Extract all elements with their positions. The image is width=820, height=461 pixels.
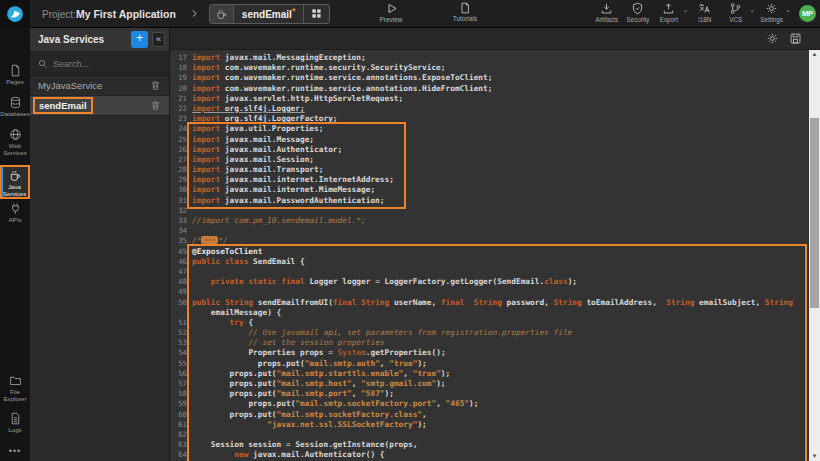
code-line[interactable]: 19import com.wavemaker.runtime.service.a…	[170, 73, 809, 83]
chevron-right-icon	[190, 8, 199, 19]
code-line[interactable]: 57props.put("mail.smtp.host", "smtp.gmai…	[170, 379, 809, 389]
wavemaker-logo-icon[interactable]	[0, 0, 30, 28]
code-line[interactable]: 24import java.util.Properties;	[170, 124, 809, 134]
line-number: 28	[170, 165, 192, 175]
code-line[interactable]: 35/*···*/	[170, 236, 809, 246]
code-line[interactable]: 53// set the session properties	[170, 338, 809, 348]
code-line[interactable]: 51try {	[170, 318, 809, 328]
service-name: MyJavaService	[38, 80, 150, 91]
sidebar-item-apis[interactable]: APIs	[0, 200, 30, 223]
save-icon[interactable]	[789, 32, 802, 45]
code-line[interactable]: 28import javax.mail.Transport;	[170, 165, 809, 175]
scroll-up-icon[interactable]: ▲	[809, 50, 820, 59]
code-line[interactable]: 30import javax.mail.internet.MimeMessage…	[170, 185, 809, 195]
code-line[interactable]: 46public class SendEmail {	[170, 257, 809, 267]
settings-button[interactable]: Settings	[756, 2, 787, 23]
code-line[interactable]: 59props.put("mail.smtp.socketFactory.por…	[170, 399, 809, 409]
code-line[interactable]: 61"javax.net.ssl.SSLSocketFactory");	[170, 420, 809, 430]
code-line[interactable]: 22import org.slf4j.Logger;	[170, 104, 809, 114]
unsaved-indicator: *	[292, 6, 296, 16]
code-line[interactable]: 33//import com.pm_10.sendemail.model.*;	[170, 216, 809, 226]
line-number: 64	[170, 450, 192, 460]
line-number: 51	[170, 318, 192, 328]
i18n-button[interactable]: i18N	[689, 2, 720, 23]
code-area[interactable]: 17import javax.mail.MessagingException;1…	[170, 50, 809, 461]
code-line[interactable]: 34	[170, 226, 809, 236]
collapse-panel-button[interactable]: «	[152, 32, 165, 47]
collapsed-region-badge[interactable]: ···	[201, 236, 218, 244]
artifacts-button[interactable]: Artifacts	[591, 2, 622, 23]
sidebar-item-java-services[interactable]: JavaServices	[0, 165, 30, 199]
code-line[interactable]: 21import javax.servlet.http.HttpServletR…	[170, 94, 809, 104]
code-line[interactable]: 18import com.wavemaker.runtime.security.…	[170, 63, 809, 73]
line-number: 58	[170, 389, 192, 399]
service-search[interactable]: Search...	[30, 52, 169, 76]
line-number: 29	[170, 175, 192, 185]
code-line[interactable]: 60props.put("mail.smtp.socketFactory.cla…	[170, 410, 809, 420]
line-number: 30	[170, 185, 192, 195]
line-number: 54	[170, 348, 192, 358]
sidebar-item-file-explorer[interactable]: FileExplorer	[0, 372, 30, 402]
service-item-sendEmail[interactable]: sendEmail	[30, 96, 169, 116]
sidebar-item-pages[interactable]: Pages	[0, 62, 30, 85]
code-line[interactable]: 49	[170, 287, 809, 297]
line-number: 47	[170, 267, 192, 277]
export-icon	[662, 2, 675, 15]
line-number: 27	[170, 155, 192, 165]
line-number: 63	[170, 440, 192, 450]
avatar[interactable]: MP	[799, 5, 816, 22]
delete-service-icon[interactable]	[150, 80, 161, 91]
code-line[interactable]: 50public String sendEmailfromUI(final St…	[170, 298, 809, 308]
scroll-down-icon[interactable]: ▼	[809, 452, 820, 461]
code-line[interactable]: 62	[170, 430, 809, 440]
code-line[interactable]: 27import javax.mail.Session;	[170, 155, 809, 165]
vcs-button[interactable]: VCS	[720, 2, 751, 23]
code-line[interactable]: 45@ExposeToClient	[170, 247, 809, 257]
code-line[interactable]: 63Session session = Session.getInstance(…	[170, 440, 809, 450]
line-number: 60	[170, 410, 192, 420]
code-line[interactable]: 64new javax.mail.Authenticator() {	[170, 450, 809, 460]
code-line[interactable]: 52// Use javamail api, set parameters fr…	[170, 328, 809, 338]
editor-scrollbar[interactable]: ▲ ▼	[809, 50, 820, 461]
security-button[interactable]: Security	[622, 2, 653, 23]
code-line[interactable]: 17import javax.mail.MessagingException;	[170, 53, 809, 63]
databases-icon	[9, 96, 22, 109]
scrollbar-thumb[interactable]	[810, 118, 819, 308]
add-service-button[interactable]: +	[131, 31, 148, 48]
sidebar-item-web-services[interactable]: WebServices	[0, 126, 30, 156]
i18n-icon	[698, 2, 711, 15]
code-line[interactable]: 23import org.slf4j.LoggerFactory;	[170, 114, 809, 124]
tutorials-button[interactable]: Tutorials	[443, 2, 487, 22]
code-line[interactable]: 58props.put("mail.smtp.port", "587");	[170, 389, 809, 399]
search-placeholder: Search...	[53, 59, 89, 69]
code-line[interactable]: 26import javax.mail.Authenticator;	[170, 145, 809, 155]
grid-icon[interactable]	[303, 5, 329, 23]
editor-settings-gear-icon[interactable]	[766, 32, 779, 45]
preview-button[interactable]: Preview	[369, 2, 413, 23]
breadcrumb: Project:My First Application	[42, 8, 176, 20]
code-line[interactable]: 56props.put("mail.smtp.starttls.enable",…	[170, 369, 809, 379]
service-name: sendEmail	[33, 97, 93, 114]
delete-service-icon[interactable]	[150, 100, 161, 111]
code-line[interactable]: 29import javax.mail.internet.InternetAdd…	[170, 175, 809, 185]
code-line[interactable]: 55props.put("mail.smtp.auth", "true");	[170, 359, 809, 369]
code-line[interactable]: 32	[170, 206, 809, 216]
vcs-icon	[729, 2, 742, 15]
export-button[interactable]: Export	[653, 2, 684, 23]
code-line[interactable]: 20import com.wavemaker.runtime.service.a…	[170, 84, 809, 94]
left-nav-rail: PagesDatabasesWebServicesJavaServicesAPI…	[0, 28, 30, 461]
tutorials-icon	[459, 2, 471, 14]
code-line[interactable]: 47	[170, 267, 809, 277]
settings-icon	[765, 2, 778, 15]
service-item-MyJavaService[interactable]: MyJavaService	[30, 76, 169, 96]
tab-sendemail[interactable]: sendEmail*	[209, 4, 331, 24]
code-line[interactable]: 31import javax.mail.PasswordAuthenticati…	[170, 196, 809, 206]
code-line[interactable]: 54Properties props = System.getPropertie…	[170, 348, 809, 358]
sidebar-item-logs[interactable]: Logs	[0, 410, 30, 433]
code-line[interactable]: emailMessage) {	[170, 308, 809, 318]
code-line[interactable]: 25import javax.mail.Message;	[170, 135, 809, 145]
code-line[interactable]: 48private static final Logger logger = L…	[170, 277, 809, 287]
sidebar-item-databases[interactable]: Databases	[0, 94, 30, 117]
security-icon	[631, 2, 644, 15]
more-options-icon[interactable]: •••	[0, 446, 30, 456]
